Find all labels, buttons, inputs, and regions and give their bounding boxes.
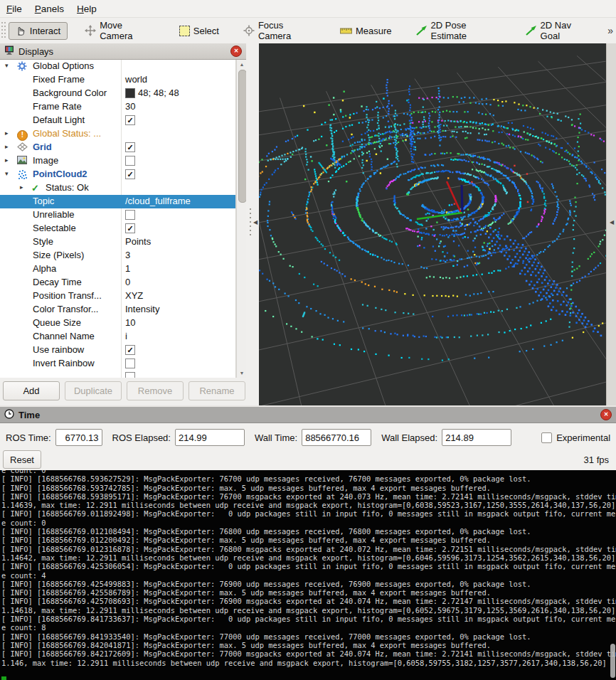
tree-row-value[interactable]: ✓: [125, 223, 135, 233]
tree-row-value[interactable]: 48; 48; 48: [125, 87, 179, 98]
tool-focus-camera[interactable]: Focus Camera: [236, 16, 323, 45]
time-field-label: ROS Time:: [6, 432, 51, 443]
left-splitter[interactable]: ◀: [246, 43, 259, 405]
tree-row-frame-rate[interactable]: Frame Rate30: [0, 100, 235, 114]
tree-row-value[interactable]: Points: [125, 236, 151, 247]
pointcloud-render[interactable]: [259, 43, 606, 405]
tree-row-label: Selectable: [33, 223, 76, 233]
displays-panel-header[interactable]: Displays ✕: [0, 43, 246, 60]
tree-row-value[interactable]: ✓: [125, 115, 135, 125]
add-button[interactable]: Add: [3, 381, 60, 400]
tree-row-pointcloud2[interactable]: ▾PointCloud2✓: [0, 168, 235, 181]
menu-item-help[interactable]: Help: [70, 2, 103, 16]
tool-2d-pose-estimate[interactable]: 2D Pose Estimate: [409, 16, 509, 45]
checkbox-checked[interactable]: ✓: [125, 115, 135, 125]
collapse-right-icon[interactable]: ◀: [610, 219, 614, 225]
tree-row-value[interactable]: [125, 155, 135, 166]
chevron-down-icon[interactable]: ▾: [5, 62, 9, 69]
chevron-down-icon[interactable]: ▾: [5, 170, 9, 177]
tool-select[interactable]: Select: [172, 22, 226, 40]
tree-row-image[interactable]: ▸Image: [0, 154, 235, 168]
time-panel-header[interactable]: Time ✕: [0, 407, 616, 423]
checkbox-checked[interactable]: ✓: [125, 142, 135, 152]
tree-row-fixed-frame[interactable]: Fixed Frameworld: [0, 73, 235, 87]
tree-row-value[interactable]: 10: [125, 317, 135, 328]
tree-row-value[interactable]: 0: [125, 277, 130, 287]
checkbox-unchecked[interactable]: [125, 358, 135, 368]
time-field-ros-elapsed[interactable]: 214.99: [175, 429, 245, 446]
tree-row-label: Size (Pixels): [33, 250, 84, 260]
tree-row-alpha[interactable]: Alpha1: [0, 262, 235, 276]
tree-row-global-options[interactable]: ▾Global Options: [0, 60, 235, 73]
collapse-left-icon[interactable]: ◀: [253, 219, 257, 225]
time-field-ros-time[interactable]: 6770.13: [55, 429, 102, 446]
terminal-log[interactable]: e count: 0[ INFO] [1688566768.593627529]…: [0, 470, 616, 680]
tool-measure[interactable]: Measure: [333, 22, 399, 40]
checkbox-checked[interactable]: ✓: [125, 345, 135, 355]
tree-row-default-light[interactable]: Default Light✓: [0, 114, 235, 127]
time-close-icon[interactable]: ✕: [600, 409, 612, 420]
tree-row-style[interactable]: StylePoints: [0, 235, 235, 249]
toolbar-drag-handle[interactable]: [1, 22, 6, 39]
tool-2d-nav-goal[interactable]: 2D Nav Goal: [519, 16, 598, 45]
3d-viewport[interactable]: [259, 43, 606, 405]
scroll-down-icon[interactable]: ▼: [237, 368, 247, 378]
tree-row-value[interactable]: 3: [125, 250, 130, 260]
tree-row-value[interactable]: [125, 358, 135, 368]
reset-button[interactable]: Reset: [3, 450, 41, 469]
tree-row-value[interactable]: ✓: [125, 344, 135, 355]
tree-row-value[interactable]: 30: [125, 101, 135, 112]
log-line: [ INFO] [1688566769.842172609]: MsgPackE…: [0, 649, 616, 658]
toolbar-overflow-button[interactable]: »: [607, 25, 613, 36]
tree-row-value[interactable]: [125, 371, 135, 378]
tree-row-grid[interactable]: ▸Grid✓: [0, 141, 235, 154]
tree-row-value[interactable]: world: [125, 74, 147, 85]
checkbox-checked[interactable]: ✓: [125, 223, 135, 233]
tree-row-blank[interactable]: [0, 371, 235, 378]
tree-row-queue-size[interactable]: Queue Size10: [0, 317, 235, 330]
experimental-checkbox[interactable]: [541, 432, 552, 443]
tree-row-channel-name[interactable]: Channel Namei: [0, 330, 235, 344]
menu-item-file[interactable]: File: [0, 2, 28, 16]
tree-row-topic[interactable]: Topic/cloud_fullframe: [0, 195, 235, 208]
chevron-right-icon[interactable]: ▸: [5, 143, 9, 150]
checkbox-checked[interactable]: ✓: [125, 169, 135, 179]
chevron-right-icon[interactable]: ▸: [5, 129, 9, 137]
tree-row-selectable[interactable]: Selectable✓: [0, 222, 235, 235]
right-collapsed-panel[interactable]: ◀: [606, 43, 616, 405]
checkbox-unchecked[interactable]: [125, 156, 135, 166]
tree-row-decay-time[interactable]: Decay Time0: [0, 276, 235, 289]
tree-row-value[interactable]: ✓: [125, 169, 135, 179]
displays-tree-scrollbar[interactable]: ▲ ▼: [236, 60, 247, 378]
tree-row-value[interactable]: 1: [125, 263, 130, 274]
tree-row-size-pixels-[interactable]: Size (Pixels)3: [0, 249, 235, 262]
chevron-right-icon[interactable]: ▸: [20, 184, 23, 191]
chevron-right-icon[interactable]: ▸: [5, 156, 9, 164]
checkbox-unchecked[interactable]: [125, 210, 135, 220]
tree-row-value[interactable]: [125, 209, 135, 220]
menu-item-panels[interactable]: Panels: [28, 2, 70, 16]
tree-row-value[interactable]: Intensity: [125, 304, 159, 314]
tree-row-global-status-[interactable]: ▸!Global Status: ...: [0, 127, 235, 141]
tree-row-value[interactable]: i: [125, 331, 127, 341]
tree-row-background-color[interactable]: Background Color48; 48; 48: [0, 87, 235, 100]
tool-interact[interactable]: Interact: [9, 22, 68, 40]
tree-row-value[interactable]: ✓: [125, 142, 135, 152]
checkbox-unchecked[interactable]: [125, 372, 135, 378]
tree-row-unreliable[interactable]: Unreliable: [0, 208, 235, 222]
tree-row-invert-rainbow[interactable]: Invert Rainbow: [0, 357, 235, 371]
displays-close-icon[interactable]: ✕: [230, 46, 242, 57]
tree-row-status-ok[interactable]: ▸✓Status: Ok: [0, 181, 235, 195]
tool-move-camera[interactable]: Move Camera: [78, 16, 162, 45]
tree-row-use-rainbow[interactable]: Use rainbow✓: [0, 344, 235, 357]
log-line: e count: 8: [0, 623, 616, 632]
time-field-wall-elapsed[interactable]: 214.89: [442, 429, 511, 446]
tree-row-value[interactable]: XYZ: [125, 290, 143, 301]
splitter-handle[interactable]: [250, 208, 252, 237]
terminal-scrollbar[interactable]: [610, 644, 615, 678]
tree-row-position-transf-[interactable]: Position Transf...XYZ: [0, 289, 235, 303]
time-field-wall-time[interactable]: 88566770.16: [302, 429, 371, 446]
tree-row-value[interactable]: /cloud_fullframe: [125, 196, 191, 206]
tree-row-color-transfor-[interactable]: Color Transfor...Intensity: [0, 303, 235, 317]
scroll-up-icon[interactable]: ▲: [237, 60, 247, 69]
